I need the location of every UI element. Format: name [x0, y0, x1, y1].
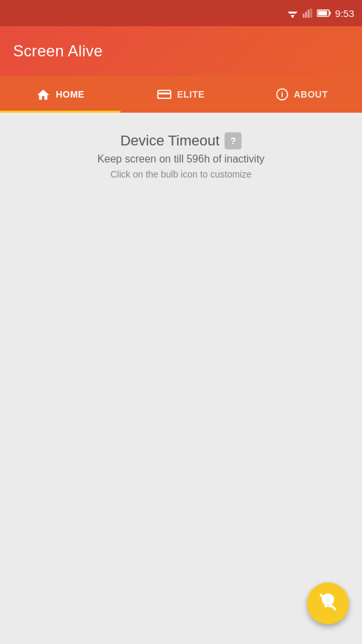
help-button[interactable]: ?	[225, 132, 242, 149]
svg-rect-9	[329, 12, 331, 15]
tab-elite[interactable]: ELITE	[120, 76, 241, 113]
info-icon: i	[276, 88, 289, 101]
svg-rect-4	[302, 14, 304, 18]
wifi-icon	[287, 9, 299, 18]
device-timeout-section: Device Timeout ? Keep screen on till 596…	[98, 132, 264, 180]
tab-elite-label: ELITE	[177, 89, 204, 100]
device-timeout-subtitle: Keep screen on till 596h of inactivity	[98, 153, 264, 165]
svg-rect-5	[305, 12, 307, 18]
card-icon	[157, 89, 172, 100]
app-header: Screen Alive	[0, 26, 362, 76]
main-content: Device Timeout ? Keep screen on till 596…	[0, 113, 362, 644]
device-timeout-title: Device Timeout	[120, 132, 220, 149]
bulb-off-icon	[317, 592, 338, 615]
tab-home-label: HOME	[56, 89, 84, 100]
status-time: 9:53	[335, 8, 354, 19]
help-icon-label: ?	[230, 136, 236, 146]
navigation-tabs: HOME ELITE i ABOUT	[0, 76, 362, 113]
tab-home[interactable]: HOME	[0, 76, 120, 113]
home-icon	[36, 88, 50, 101]
signal-icon	[302, 9, 313, 18]
battery-icon	[317, 9, 331, 18]
device-timeout-hint: Click on the bulb icon to customize	[111, 169, 252, 180]
tab-about[interactable]: i ABOUT	[242, 76, 362, 113]
svg-text:i: i	[281, 90, 283, 98]
status-bar: 9:53	[0, 0, 362, 26]
svg-rect-12	[158, 92, 172, 94]
svg-rect-7	[310, 9, 312, 18]
device-timeout-header: Device Timeout ?	[120, 132, 242, 149]
svg-rect-6	[308, 10, 310, 18]
status-icons: 9:53	[287, 8, 354, 19]
app-title: Screen Alive	[13, 42, 103, 60]
svg-rect-10	[317, 11, 327, 15]
tab-about-label: ABOUT	[294, 89, 328, 100]
fab-bulb-button[interactable]	[307, 582, 349, 624]
